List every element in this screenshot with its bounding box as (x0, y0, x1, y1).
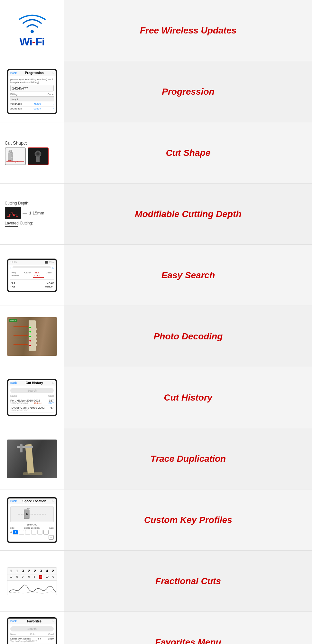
custom-profiles-back-btn[interactable]: Back (10, 499, 17, 503)
cut-history-search-bar[interactable]: Search (10, 388, 54, 393)
favorites-item-1: Lexus 80K-Series 4-4 1510 Toyota>Camry>2… (10, 637, 54, 643)
progression-screen-title: Progression (25, 71, 44, 75)
custom-profiles-left-panel: Back Space Location ⌂ (0, 489, 64, 550)
cut-shape-left-panel: Cut Shape: (0, 122, 64, 183)
cut-shape-images (5, 147, 60, 165)
cut-history-back-btn[interactable]: Back (10, 381, 17, 384)
custom-profiles-num-box[interactable]: 1 (13, 530, 18, 535)
cut-history-item-1-deleted: Deleted (34, 402, 42, 404)
easy-search-result-header (10, 279, 54, 280)
cut-history-col1: Name (10, 394, 17, 397)
cut-history-home-icon: ⌂ (52, 381, 54, 384)
detection-line-4 (14, 340, 28, 340)
easy-search-bar[interactable] (13, 266, 51, 268)
detection-dot-2 (29, 331, 31, 333)
wifi-icon (18, 13, 47, 35)
trace-duplication-img (7, 440, 57, 478)
cut-history-col2: Card (48, 394, 54, 397)
trace-duplication-right-panel: Trace Duplication (64, 428, 312, 489)
cut-history-phone-content: Search Name Card Ford>Edge>2010-2015 157… (8, 386, 56, 415)
feature-row-custom-profiles: Back Space Location ⌂ (0, 489, 312, 551)
svg-rect-2 (10, 150, 12, 153)
detection-line-5 (14, 344, 28, 345)
custom-profiles-right-panel: Custom Key Profiles (64, 489, 312, 550)
easy-search-tabs: Key Blanks Card# Bitz Card DSD# (10, 271, 54, 278)
depth-value: 1.15mm (29, 211, 44, 215)
depth-img (5, 207, 21, 219)
favorites-col3: Card (48, 633, 54, 636)
progression-result-1-bitting: 24245423 (10, 103, 22, 106)
cut-shape-img-2 (28, 147, 49, 165)
favorites-phone-header: Back Favorites ⌂ (8, 619, 56, 624)
custom-profiles-empty-3[interactable] (31, 530, 36, 535)
svg-point-0 (31, 30, 34, 33)
easy-search-tab-2[interactable]: Card# (23, 271, 33, 278)
key-tooth-3 (35, 336, 37, 338)
cut-history-item-1-edit[interactable]: EDIT (49, 402, 54, 404)
cut-history-item-1-main: Ford>Edge>2010-2015 157 (10, 399, 54, 402)
progression-result-1-arrow: › (53, 103, 54, 106)
custom-profiles-empty-2[interactable] (25, 530, 30, 535)
easy-search-result-2-code: CX101 (45, 286, 54, 289)
photo-decoding-img: finish (7, 317, 57, 356)
cut-shape-img-1 (5, 147, 26, 165)
progression-feature-title: Progression (162, 87, 214, 97)
progression-input-box[interactable]: 242454?? (10, 85, 54, 91)
easy-search-tab-1[interactable]: Key Blanks (10, 271, 23, 278)
trace-bg (7, 440, 57, 478)
progression-back-btn[interactable]: Back (10, 71, 17, 75)
cut-history-phone-mockup: Back Cut History ⌂ Search Name Card Ford… (7, 379, 57, 416)
progression-phone-header: Back Progression ⌂ (8, 70, 56, 76)
cut-history-item-1-meta: 2022/04/19 14:00 Deleted EDIT (10, 402, 54, 404)
cut-shape-svg-1 (6, 149, 24, 164)
easy-search-result-1-num: 753 (10, 281, 15, 284)
easy-search-home[interactable]: ⌂ (52, 266, 54, 270)
frac-dec-4: .0 (27, 575, 30, 579)
custom-profiles-feature-title: Custom Key Profiles (144, 515, 232, 525)
trace-arm-vert (20, 444, 23, 452)
feature-row-cutting-depth: Cutting Depth: — 1.15mm Layered Cutting:… (0, 184, 312, 245)
cut-history-screen-title: Cut History (26, 381, 43, 385)
favorites-item-1-main: Lexus 80K-Series 4-4 1510 (10, 637, 54, 640)
easy-search-content: ‹ ⌂ Key Blanks Card# Bitz Card DSD# (8, 265, 56, 291)
cut-history-right-panel: Cut History (64, 367, 312, 428)
easy-search-tab-4[interactable]: DSD# (44, 271, 54, 278)
progression-col-bitting: Bitting (10, 93, 17, 96)
feature-row-photo-decoding: finish Photo Decoding (0, 306, 312, 367)
cut-history-item-1-date: 2022/04/19 14:00 (10, 402, 28, 404)
favorites-search-bar[interactable]: Search (10, 626, 54, 631)
favorites-screen-title: Favorites (27, 620, 41, 623)
feature-row-easy-search: 12:19 ⬛ 73% ‹ ⌂ Key Blanks Card# Bitz Ca… (0, 245, 312, 306)
photo-decoding-feature-title: Photo Decoding (154, 331, 223, 342)
photo-decoding-right-panel: Photo Decoding (64, 306, 312, 367)
custom-profiles-empty-1[interactable] (19, 530, 24, 535)
easy-search-tab-3[interactable]: Bitz Card (33, 271, 43, 278)
easy-search-time: 12:19 (10, 261, 17, 264)
easy-search-left-panel: 12:19 ⬛ 73% ‹ ⌂ Key Blanks Card# Bitz Ca… (0, 245, 64, 306)
easy-search-phone-mockup: 12:19 ⬛ 73% ‹ ⌂ Key Blanks Card# Bitz Ca… (7, 259, 57, 292)
custom-profiles-minus-btn[interactable]: − (49, 535, 54, 540)
favorites-back-btn[interactable]: Back (10, 620, 17, 623)
favorites-phone-screen: Back Favorites ⌂ Search Name Cuts Card L… (8, 619, 56, 644)
custom-profiles-empty-4[interactable] (37, 530, 42, 535)
custom-profiles-scale-text: 1mm=100 (10, 524, 54, 526)
custom-profiles-space-label: Space Location (24, 527, 40, 529)
progression-home-icon: ⌂ (52, 71, 54, 75)
frac-dec-2: 5 (16, 575, 18, 579)
custom-profiles-screen-title: Space Location (23, 499, 46, 503)
detection-dot-1 (29, 326, 31, 328)
progression-section-header: Key 1 (10, 97, 54, 101)
custom-profiles-controls-row: side Space Location Auto (10, 527, 54, 529)
favorites-left-panel: Back Favorites ⌂ Search Name Cuts Card L… (0, 612, 64, 644)
trace-arm (17, 446, 33, 448)
custom-profiles-plus-btn[interactable]: + (43, 530, 49, 535)
easy-search-battery: ⬛ 73% (45, 261, 54, 264)
custom-profiles-phone-header: Back Space Location ⌂ (8, 498, 56, 504)
easy-search-back[interactable]: ‹ (10, 266, 11, 270)
depth-container: Cutting Depth: — 1.15mm Layered Cutting: (5, 201, 60, 227)
progression-result-1: 24245423 0784X › (10, 102, 54, 107)
fractional-cuts-screen: 1 1 3 2 2 3 4 2 .0 5 0 .0 5 0 .0 0 (7, 567, 57, 595)
detection-line-1 (14, 326, 28, 327)
custom-profiles-input-row: A 1 + (10, 530, 54, 535)
photo-decoding-left-panel: finish (0, 306, 64, 367)
